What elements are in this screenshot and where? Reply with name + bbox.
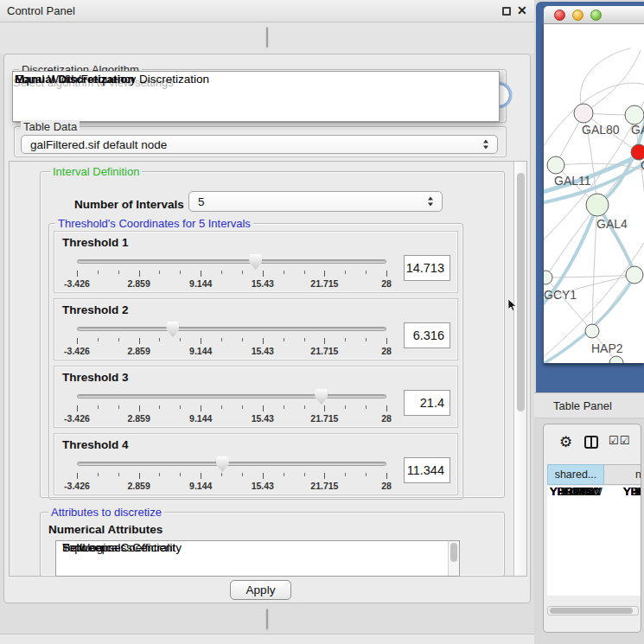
- network-node-label: C: [641, 158, 644, 172]
- slider-tick-labels: -3.4262.8599.14415.4321.71528: [77, 346, 386, 356]
- network-node-label: GAL80: [582, 123, 620, 137]
- list-scrollbar-thumb[interactable]: [450, 543, 457, 562]
- minimize-traffic-light-icon[interactable]: [572, 10, 583, 21]
- app-root: Control Panel ✕ Network Style: [0, 0, 644, 644]
- network-node[interactable]: [625, 105, 644, 124]
- threshold-2-label: Threshold 2: [62, 303, 129, 316]
- threshold-2-value-field[interactable]: 6.316: [404, 322, 450, 348]
- slider-track[interactable]: [77, 462, 386, 466]
- bottom-strip: [0, 634, 534, 644]
- network-node[interactable]: [626, 266, 643, 284]
- numerical-attributes-label: Numerical Attributes: [48, 523, 163, 536]
- threshold-4-label: Threshold 4: [62, 438, 129, 451]
- close-traffic-light-icon[interactable]: [554, 10, 565, 21]
- table-data-combobox[interactable]: galFiltered.sif default node: [21, 135, 498, 154]
- slider-tick-labels: -3.4262.8599.14415.4321.71528: [77, 481, 386, 491]
- table-data-combobox-value: galFiltered.sif default node: [30, 138, 167, 151]
- threshold-4-slider[interactable]: [77, 460, 386, 470]
- slider-thumb[interactable]: [249, 254, 262, 270]
- algorithm-dropdown-list: Select algorithm to view settings Manual…: [12, 71, 500, 122]
- slider-tick-labels: -3.4262.8599.14415.4321.71528: [77, 278, 386, 289]
- slider-thumb[interactable]: [315, 389, 328, 405]
- network-view-canvas[interactable]: GAL80GACGAL11GAL4GCY1HHAP2: [544, 24, 644, 363]
- slider-tick-labels: -3.4262.8599.14415.4321.71528: [77, 413, 386, 424]
- gear-icon[interactable]: ⚙: [559, 433, 572, 451]
- network-node-label: HAP2: [591, 341, 623, 355]
- threshold-1-value-field[interactable]: 14.713: [404, 255, 450, 281]
- slider-ticks: [77, 271, 386, 277]
- table-panel-titlebar: Table Panel: [534, 392, 644, 418]
- combo-stepper-icon: [428, 197, 434, 207]
- network-node-label: GAL11: [554, 174, 591, 188]
- float-window-icon[interactable]: [502, 7, 511, 16]
- slider-track[interactable]: [77, 394, 386, 399]
- network-node[interactable]: [547, 156, 564, 174]
- threshold-1-label: Threshold 1: [62, 236, 129, 249]
- network-window-titlebar[interactable]: [544, 6, 644, 24]
- slider-ticks: [77, 338, 386, 345]
- cell-name[interactable]: YIL0: [623, 486, 641, 499]
- number-of-intervals-value: 5: [198, 195, 205, 208]
- threshold-row-2: Threshold 2 -3.4262.8599.14415.4321.7152…: [54, 298, 458, 360]
- threshold-row-3: Threshold 3 -3.4262.8599.14415.4321.7152…: [54, 366, 458, 428]
- network-node-label: GCY1: [544, 288, 577, 302]
- zoom-traffic-light-icon[interactable]: [590, 10, 602, 21]
- threshold-3-slider[interactable]: [77, 392, 386, 403]
- dropdown-option-equal-width-frequency[interactable]: Equal Width/Frequency Discretization: [13, 72, 209, 86]
- split-columns-icon[interactable]: [584, 436, 598, 449]
- network-node[interactable]: [574, 104, 593, 123]
- list-scrollbar[interactable]: [448, 541, 459, 576]
- network-node[interactable]: [544, 271, 552, 284]
- table-panel-window: ⚙ ☑☑ shared... n YDL19...YDL1 YDR27...YD…: [543, 424, 641, 633]
- checkbox-filter-icons[interactable]: ☑☑: [609, 434, 630, 447]
- cell-shared-name[interactable]: YIL052C: [550, 486, 594, 499]
- column-header-shared-name[interactable]: shared...: [547, 464, 604, 485]
- network-node-label: GAL4: [596, 217, 628, 231]
- threshold-4-value-field[interactable]: 11.344: [404, 457, 450, 483]
- slider-ticks: [77, 473, 386, 480]
- slider-track[interactable]: [77, 327, 386, 331]
- threshold-row-1: Threshold 1 -3.4262.8599.14415.4321.7152…: [54, 231, 458, 293]
- close-icon[interactable]: ✕: [517, 3, 527, 17]
- threshold-1-slider[interactable]: [77, 258, 386, 268]
- thresholds-group-label: Threshold's Coordinates for 5 Intervals: [55, 217, 253, 230]
- network-node[interactable]: [585, 324, 599, 338]
- slider-track[interactable]: [77, 259, 386, 264]
- control-panel-titlebar: Control Panel ✕: [0, 0, 534, 22]
- threshold-3-value-field[interactable]: 21.4: [404, 390, 450, 416]
- table-rows: YDL19...YDL1 YDR27...YDR2 YBR043CYBR0 YP…: [547, 486, 641, 596]
- threshold-row-4: Threshold 4 -3.4262.8599.14415.4321.7152…: [54, 433, 458, 495]
- numerical-attributes-list[interactable]: SelfLoops TopologicalCoefficient Between…: [55, 540, 460, 577]
- attributes-group-label: Attributes to discretize: [48, 506, 164, 519]
- panel-title: Control Panel: [7, 4, 75, 17]
- number-of-intervals-label: Number of Intervals: [74, 198, 184, 211]
- threshold-2-slider[interactable]: [77, 325, 386, 335]
- table-panel-title: Table Panel: [553, 399, 612, 412]
- interval-definition-label: Interval Definition: [50, 165, 142, 178]
- number-of-intervals-combobox[interactable]: 5: [188, 191, 443, 212]
- list-item-betweennesscentrality[interactable]: BetweennessCentrality: [56, 541, 182, 555]
- network-node[interactable]: [586, 194, 609, 216]
- vertical-scrollbar-thumb[interactable]: [517, 173, 525, 411]
- network-node[interactable]: [609, 356, 623, 363]
- table-data-label: Table Data: [21, 120, 80, 133]
- apply-button[interactable]: Apply: [230, 580, 291, 600]
- slider-thumb[interactable]: [166, 322, 179, 337]
- slider-ticks: [77, 405, 386, 412]
- horizontal-scrollbar[interactable]: [547, 606, 639, 615]
- bottom-tab-group: Impute Data Discretize Data Infer Networ…: [266, 609, 268, 629]
- column-header-name[interactable]: n: [604, 464, 641, 485]
- threshold-3-label: Threshold 3: [62, 371, 129, 384]
- vertical-scrollbar[interactable]: [513, 162, 526, 576]
- top-tab-group: Network Style Select Cyni Toolbox jActiv…: [266, 27, 268, 48]
- horizontal-scrollbar-thumb[interactable]: [550, 608, 633, 614]
- slider-thumb[interactable]: [216, 456, 229, 472]
- network-node-label: GA: [631, 123, 644, 137]
- combo-stepper-icon: [483, 140, 489, 150]
